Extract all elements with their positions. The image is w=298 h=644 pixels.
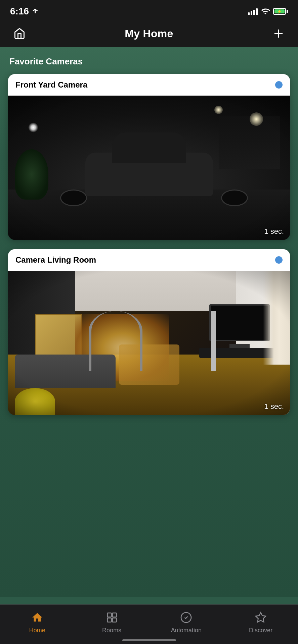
status-time: 6:16 [10,6,38,17]
camera-card-living-room[interactable]: Camera Living Room [8,249,290,415]
camera-name-living-room: Camera Living Room [15,255,96,265]
status-bar: 6:16 ⚡ [0,0,298,20]
timestamp-front-yard: 1 sec. [264,227,284,236]
tab-discover-icon [253,610,268,625]
svg-marker-7 [256,612,266,622]
lr-plant [15,388,55,415]
houses [219,116,280,169]
svg-rect-3 [112,613,116,617]
tab-rooms-icon [104,610,119,625]
tab-bar: Home Rooms Automation D [0,604,298,644]
add-button[interactable] [271,26,286,41]
tab-discover-label: Discover [249,627,272,634]
time-display: 6:16 [10,6,29,17]
camera-status-dot-front-yard [275,81,283,89]
wifi-icon [261,7,270,16]
lr-tv [209,304,270,341]
nav-bar: My Home [0,20,298,47]
tab-automation-icon [179,610,194,625]
camera-name-front-yard: Front Yard Camera [15,80,87,90]
section-title: Favorite Cameras [8,56,290,67]
camera-feed-front-yard[interactable]: 1 sec. [8,96,290,240]
battery-icon: ⚡ [273,8,288,15]
tab-automation[interactable]: Automation [166,610,206,634]
light [28,122,38,132]
page-title: My Home [125,28,173,40]
tab-discover[interactable]: Discover [241,610,281,634]
front-yard-scene: 1 sec. [8,96,290,240]
light-right [250,112,263,126]
tab-home[interactable]: Home [17,610,57,634]
light-far-right [214,106,223,114]
lr-curtain [263,271,290,365]
tab-home-label: Home [29,627,45,634]
location-icon [32,8,38,15]
tab-rooms[interactable]: Rooms [92,610,132,634]
camera-card-front-yard[interactable]: Front Yard Camera 1 sec. [8,74,290,240]
svg-rect-5 [112,618,116,622]
car-wheel-left [60,190,87,206]
svg-rect-4 [107,618,111,622]
home-indicator [122,639,176,641]
signal-icon [248,8,258,15]
tab-rooms-label: Rooms [102,627,121,634]
home-nav-icon[interactable] [12,26,27,41]
car-roof [112,132,186,163]
timestamp-living-room: 1 sec. [264,402,284,411]
lr-column [211,311,216,371]
svg-rect-2 [107,613,111,617]
living-room-scene: 1 sec. [8,271,290,415]
camera-feed-living-room[interactable]: 1 sec. [8,271,290,415]
main-content: Favorite Cameras Front Yard Camera 1 sec… [0,47,298,597]
camera-card-header-living-room: Camera Living Room [8,249,290,271]
status-icons: ⚡ [248,7,288,16]
tab-automation-label: Automation [171,627,202,634]
shrub [15,149,48,200]
lr-arch [89,311,142,371]
camera-card-header-front-yard: Front Yard Camera [8,74,290,96]
car-wheel-right [221,190,248,206]
tab-home-icon [30,610,45,625]
camera-status-dot-living-room [275,256,283,264]
